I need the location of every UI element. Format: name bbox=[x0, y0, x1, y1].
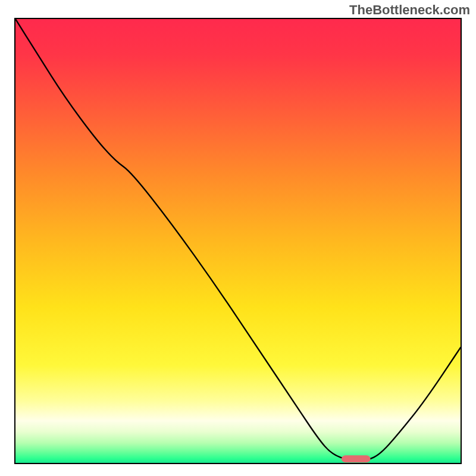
chart-overlay bbox=[15, 19, 461, 463]
bottleneck-curve bbox=[15, 19, 461, 461]
watermark-text: TheBottleneck.com bbox=[349, 2, 470, 18]
optimal-marker bbox=[342, 455, 371, 462]
chart-frame: TheBottleneck.com bbox=[0, 0, 476, 476]
plot-area bbox=[14, 18, 462, 464]
